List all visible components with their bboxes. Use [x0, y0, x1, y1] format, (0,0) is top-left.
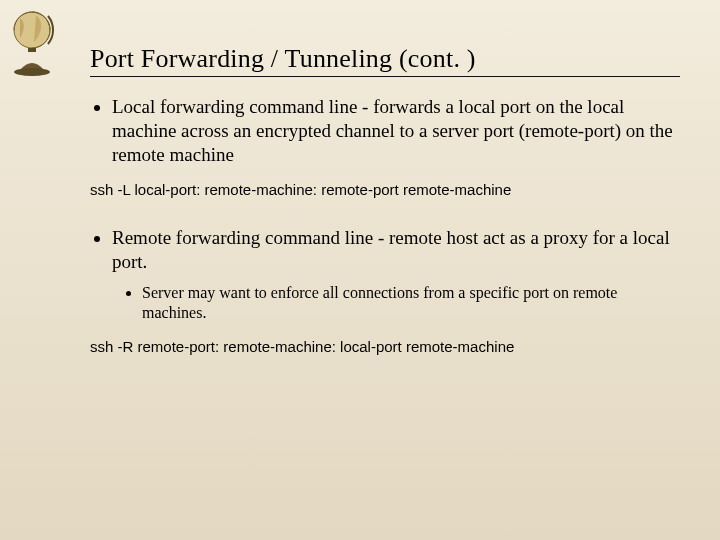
bullet-list: Local forwarding command line - forwards…	[90, 95, 680, 166]
bullet-remote: Remote forwarding command line - remote …	[112, 226, 680, 324]
bullet-list-2: Remote forwarding command line - remote …	[90, 226, 680, 324]
slide: Port Forwarding / Tunneling (cont. ) Loc…	[0, 0, 720, 540]
sub-bullet-list: Server may want to enforce all connectio…	[112, 283, 680, 323]
command-remote: ssh -R remote-port: remote-machine: loca…	[90, 337, 680, 357]
slide-title: Port Forwarding / Tunneling (cont. )	[90, 44, 680, 74]
slide-content: Port Forwarding / Tunneling (cont. ) Loc…	[90, 44, 680, 383]
svg-point-2	[14, 68, 50, 76]
globe-icon	[6, 8, 64, 78]
title-underline	[90, 76, 680, 77]
bullet-remote-text: Remote forwarding command line - remote …	[112, 227, 670, 272]
command-local: ssh -L local-port: remote-machine: remot…	[90, 180, 680, 200]
svg-rect-1	[28, 48, 36, 52]
bullet-local: Local forwarding command line - forwards…	[112, 95, 680, 166]
sub-bullet-remote: Server may want to enforce all connectio…	[142, 283, 680, 323]
